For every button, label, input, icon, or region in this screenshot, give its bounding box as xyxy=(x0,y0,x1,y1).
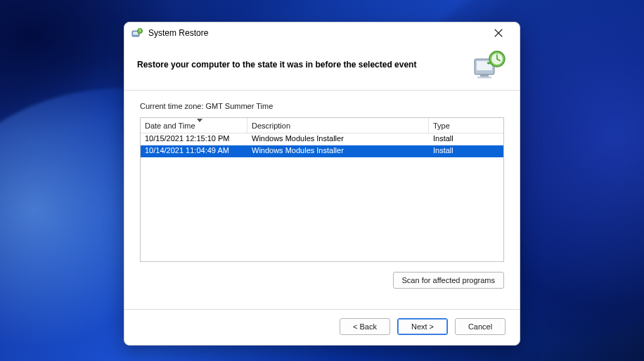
cell-type: Install xyxy=(429,145,503,157)
table-row[interactable]: 10/15/2021 12:15:10 PMWindows Modules In… xyxy=(141,133,503,145)
column-header-description[interactable]: Description xyxy=(247,118,429,133)
scan-affected-programs-button[interactable]: Scan for affected programs xyxy=(393,272,504,289)
close-button[interactable] xyxy=(483,23,514,43)
svg-rect-6 xyxy=(477,77,491,79)
window-title: System Restore xyxy=(148,28,208,38)
cell-datetime: 10/14/2021 11:04:49 AM xyxy=(141,145,247,157)
wizard-footer: < Back Next > Cancel xyxy=(124,309,520,345)
cell-description: Windows Modules Installer xyxy=(247,133,429,145)
list-header: Date and Time Description Type xyxy=(141,118,503,133)
column-header-type[interactable]: Type xyxy=(429,118,503,133)
desktop-background: System Restore Restore your computer to … xyxy=(0,0,644,361)
table-row[interactable]: 10/14/2021 11:04:49 AMWindows Modules In… xyxy=(141,145,503,157)
wizard-header: Restore your computer to the state it wa… xyxy=(124,44,520,91)
timezone-label: Current time zone: GMT Summer Time xyxy=(140,102,504,110)
cell-type: Install xyxy=(429,133,503,145)
column-header-datetime[interactable]: Date and Time xyxy=(141,118,247,133)
cell-datetime: 10/15/2021 12:15:10 PM xyxy=(141,133,247,145)
cell-description: Windows Modules Installer xyxy=(247,145,429,157)
wizard-heading: Restore your computer to the state it wa… xyxy=(137,60,465,70)
close-icon xyxy=(494,29,503,37)
system-restore-window: System Restore Restore your computer to … xyxy=(124,22,520,346)
system-restore-icon xyxy=(131,27,143,39)
cancel-button[interactable]: Cancel xyxy=(455,318,505,335)
system-restore-illustration-icon xyxy=(473,49,507,80)
wizard-body: Current time zone: GMT Summer Time Date … xyxy=(124,91,520,309)
next-button[interactable]: Next > xyxy=(397,318,448,335)
svg-rect-5 xyxy=(480,74,489,77)
restore-points-list[interactable]: Date and Time Description Type 10/15/202… xyxy=(140,117,504,262)
back-button[interactable]: < Back xyxy=(340,318,390,335)
titlebar[interactable]: System Restore xyxy=(124,22,520,44)
